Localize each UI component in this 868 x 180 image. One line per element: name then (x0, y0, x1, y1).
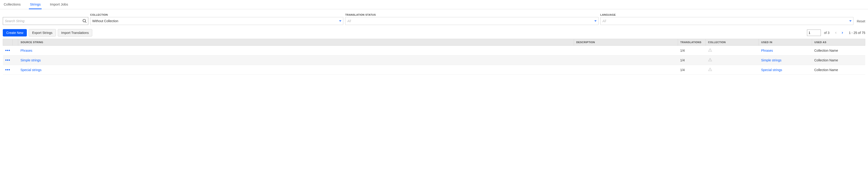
status-select-wrap: All (345, 17, 598, 25)
row-used-as: Collection Name (812, 56, 865, 65)
search-input[interactable] (3, 17, 88, 25)
warning-icon (708, 67, 712, 72)
tab-import-jobs[interactable]: Import Jobs (49, 0, 69, 9)
search-wrap (3, 17, 88, 25)
filter-status-label: TRANSLATION STATUS (345, 13, 598, 16)
row-used-as: Collection Name (812, 46, 865, 56)
row-source-link[interactable]: Special strings (20, 68, 41, 72)
header-source[interactable]: SOURCE STRING (18, 39, 574, 46)
page-number-input[interactable] (807, 30, 821, 36)
svg-line-1 (85, 22, 87, 23)
row-collection (706, 56, 759, 65)
caret-down-icon (339, 21, 341, 22)
tabs-bar: Collections Strings Import Jobs (0, 0, 868, 9)
filter-search-spacer (3, 13, 88, 16)
header-checkbox (12, 39, 18, 46)
filters-bar: COLLECTION Without Collection TRANSLATIO… (0, 9, 868, 27)
create-new-button[interactable]: Create New (3, 29, 27, 36)
row-checkbox-cell (12, 56, 18, 65)
svg-point-0 (83, 20, 86, 22)
tab-collections[interactable]: Collections (3, 0, 22, 9)
table-row: •••Phrases1/4PhrasesCollection Name (3, 46, 865, 56)
row-source-link[interactable]: Simple strings (20, 59, 41, 62)
row-description (574, 65, 678, 75)
filter-language-group: LANGUAGE All (600, 13, 854, 25)
filter-collection-group: COLLECTION Without Collection (90, 13, 343, 25)
warning-icon (708, 48, 712, 52)
collection-select[interactable]: Without Collection (90, 17, 343, 25)
pager-range-label: 1 - 25 of 75 (849, 31, 865, 35)
warning-icon (708, 58, 712, 62)
caret-down-icon (849, 21, 851, 22)
header-used-in[interactable]: USED IN (759, 39, 812, 46)
row-translations: 1/4 (678, 65, 706, 75)
row-translations: 1/4 (678, 56, 706, 65)
tab-strings[interactable]: Strings (29, 0, 41, 9)
header-translations[interactable]: TRANSLATIONS (678, 39, 706, 46)
header-description[interactable]: DESCRIPTION (574, 39, 678, 46)
row-translations: 1/4 (678, 46, 706, 56)
row-used-as: Collection Name (812, 65, 865, 75)
row-description (574, 56, 678, 65)
row-used-in-link[interactable]: Special strings (761, 68, 782, 72)
table-row: •••Special strings1/4Special stringsColl… (3, 65, 865, 75)
import-translations-button[interactable]: Import Translations (58, 29, 92, 36)
caret-down-icon (594, 21, 597, 22)
search-icon[interactable] (82, 19, 87, 23)
row-collection (706, 65, 759, 75)
filter-language-label: LANGUAGE (600, 13, 854, 16)
header-actions (3, 39, 13, 46)
status-select-placeholder: All (347, 19, 351, 23)
table-row: •••Simple strings1/4Simple stringsCollec… (3, 56, 865, 65)
collection-select-value: Without Collection (92, 19, 118, 23)
language-select[interactable]: All (600, 17, 854, 25)
row-actions-button[interactable]: ••• (3, 46, 13, 56)
status-select[interactable]: All (345, 17, 598, 25)
row-used-in-link[interactable]: Simple strings (761, 59, 781, 62)
language-select-wrap: All (600, 17, 854, 25)
header-collection[interactable]: COLLECTION (706, 39, 759, 46)
language-select-placeholder: All (602, 19, 606, 23)
pager-next-button[interactable] (840, 31, 845, 35)
filter-status-group: TRANSLATION STATUS All (345, 13, 598, 25)
row-actions-button[interactable]: ••• (3, 56, 13, 65)
collection-select-wrap: Without Collection (90, 17, 343, 25)
page-of-label: of 3 (824, 31, 829, 35)
row-checkbox-cell (12, 65, 18, 75)
row-source-link[interactable]: Phrases (20, 49, 32, 52)
row-description (574, 46, 678, 56)
row-collection (706, 46, 759, 56)
reset-link[interactable]: Reset (855, 20, 865, 25)
header-used-as[interactable]: USED AS (812, 39, 865, 46)
export-strings-button[interactable]: Export Strings (29, 29, 56, 36)
action-bar: Create New Export Strings Import Transla… (0, 27, 868, 39)
filter-collection-label: COLLECTION (90, 13, 343, 16)
row-checkbox-cell (12, 46, 18, 56)
pager-prev-button[interactable] (834, 31, 838, 35)
row-used-in-link[interactable]: Phrases (761, 49, 773, 52)
strings-table: SOURCE STRING DESCRIPTION TRANSLATIONS C… (3, 39, 865, 75)
row-actions-button[interactable]: ••• (3, 65, 13, 75)
filter-search-group (3, 13, 88, 25)
